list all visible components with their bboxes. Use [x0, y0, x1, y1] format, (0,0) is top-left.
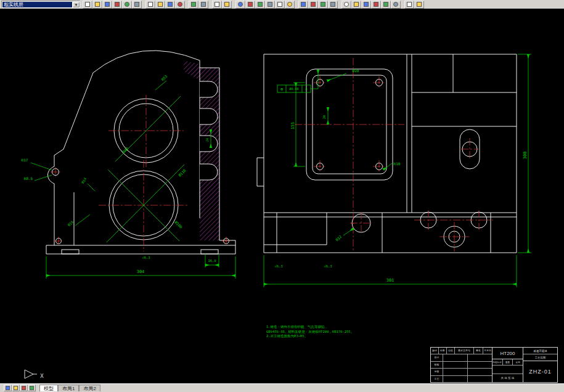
title-block: 标记 处数 分区 更改文件号 签名 年月日 设计 校核 审核 [430, 347, 558, 383]
undo-icon[interactable] [189, 1, 198, 9]
circle-glyph [354, 2, 359, 7]
new-icon[interactable] [83, 1, 92, 9]
dim-304: 304 [137, 269, 145, 274]
admin-label: 年月日 [483, 348, 492, 354]
dim-r14: R14 [81, 177, 88, 184]
help-icon[interactable] [414, 1, 424, 9]
options-glyph [407, 2, 412, 7]
sheet-tab-2[interactable]: 布局1 [58, 385, 79, 391]
linetype-icon[interactable] [308, 1, 318, 9]
signature-cell [443, 369, 468, 375]
linetype-glyph [311, 2, 316, 7]
find-glyph [134, 2, 139, 7]
circle-icon[interactable] [351, 1, 361, 9]
roughness-mark-right-2: √6.3 [324, 264, 332, 268]
dim-r12: R12 [335, 234, 343, 242]
dim-155: 155 [290, 122, 295, 129]
dim-d100: Ø100 [174, 220, 183, 229]
zoom-out-icon[interactable] [255, 1, 265, 9]
part-name-label: 减速器箱体 [523, 348, 557, 354]
save-glyph [105, 2, 110, 7]
dim-d110: Ø110 [178, 168, 187, 177]
right-view-centerlines [295, 58, 493, 251]
admin-label: 签名 [474, 348, 483, 354]
drawing-canvas[interactable]: R53 R40 R17 R8.5 R14 R16 Ø110 Ø100 304 1… [0, 9, 564, 383]
style-combobox-value: 粗实线层 [2, 2, 72, 7]
ortho-glyph [22, 386, 26, 390]
dim-16-9: 16.9 [208, 259, 216, 263]
snap-glyph [6, 386, 10, 390]
date-cell [468, 376, 492, 383]
arc-icon[interactable] [361, 1, 371, 9]
line-glyph [344, 2, 349, 7]
measure-icon[interactable] [391, 1, 401, 9]
insert-image-icon[interactable] [222, 1, 232, 9]
line-icon[interactable] [341, 1, 351, 9]
dim-r8-5: R8.5 [24, 176, 33, 181]
grid-glyph [14, 386, 18, 390]
line-width-icon[interactable] [318, 1, 328, 9]
layers-icon[interactable] [298, 1, 308, 9]
pan-icon[interactable] [275, 1, 285, 9]
print-preview-glyph [125, 2, 129, 7]
date-cell [468, 369, 492, 375]
combobox-dropdown-icon[interactable]: ▼ [73, 2, 80, 7]
status-bar: 模型布局1布局2 [0, 383, 564, 392]
insert-block-glyph [215, 2, 219, 7]
cut-glyph [148, 2, 153, 7]
style-combobox[interactable]: 粗实线层 ▼ [1, 1, 80, 8]
paste-glyph [168, 2, 173, 7]
admin-label: 分区 [447, 348, 455, 354]
sheet-tab-3[interactable]: 布局2 [79, 385, 100, 391]
polar-toggle-icon[interactable] [28, 385, 36, 391]
grid-toggle-icon[interactable] [12, 385, 20, 391]
options-icon[interactable] [404, 1, 414, 9]
fcf-datum: A [305, 87, 308, 91]
ortho-toggle-icon[interactable] [20, 385, 28, 391]
text-icon[interactable] [371, 1, 381, 9]
color-icon[interactable] [328, 1, 338, 9]
right-view-dimension-lines [264, 54, 531, 287]
toolbar-icons [83, 1, 424, 9]
print-preview-icon[interactable] [122, 1, 132, 9]
status-buttons [4, 385, 36, 391]
dim-20: 20 [322, 115, 326, 120]
paste-icon[interactable] [165, 1, 175, 9]
insert-block-icon[interactable] [212, 1, 222, 9]
role-label: 工艺 [431, 376, 443, 383]
dimension-icon[interactable] [381, 1, 391, 9]
pan-glyph [277, 2, 282, 7]
note-line-1: 1.铸造：铸件不得有砂眼、气孔等缺陷， [266, 325, 354, 330]
snap-toggle-icon[interactable] [4, 385, 12, 391]
dim-301: 301 [386, 278, 394, 283]
role-label: 设计 [431, 354, 443, 361]
zoom-window-icon[interactable] [235, 1, 245, 9]
sheet-count-label: 共 张 第 张 [492, 374, 523, 382]
dimension-glyph [383, 2, 388, 7]
find-icon[interactable] [132, 1, 142, 9]
sheet-tab-1[interactable]: 模型 [39, 385, 58, 391]
save-icon[interactable] [102, 1, 112, 9]
title-block-right: 减速器箱体 工艺简图 ZHZ-01 [523, 348, 557, 382]
format-painter-icon[interactable] [175, 1, 185, 9]
misc-empty-cell [492, 365, 523, 374]
zoom-in-icon[interactable] [245, 1, 255, 9]
dim-r10: R10 [394, 161, 401, 166]
copy-icon[interactable] [155, 1, 165, 9]
cut-icon[interactable] [145, 1, 155, 9]
print-glyph [115, 2, 120, 7]
misc-label: 比例 [513, 359, 523, 365]
misc-label: 重量 [503, 359, 513, 365]
open-icon[interactable] [92, 1, 102, 9]
zoom-all-glyph [268, 2, 272, 7]
title-block-middle: HT200 阶段标记 重量 比例 共 张 第 张 [492, 348, 523, 382]
admin-label: 更改文件号 [455, 348, 474, 354]
role-label: 审核 [431, 369, 443, 375]
signature-cell [443, 354, 468, 361]
fcf-tolerance: Ø0.08 [289, 87, 298, 91]
redo-glyph [201, 2, 206, 7]
redraw-icon[interactable] [285, 1, 295, 9]
print-icon[interactable] [112, 1, 122, 9]
zoom-all-icon[interactable] [265, 1, 275, 9]
redo-icon[interactable] [198, 1, 208, 9]
